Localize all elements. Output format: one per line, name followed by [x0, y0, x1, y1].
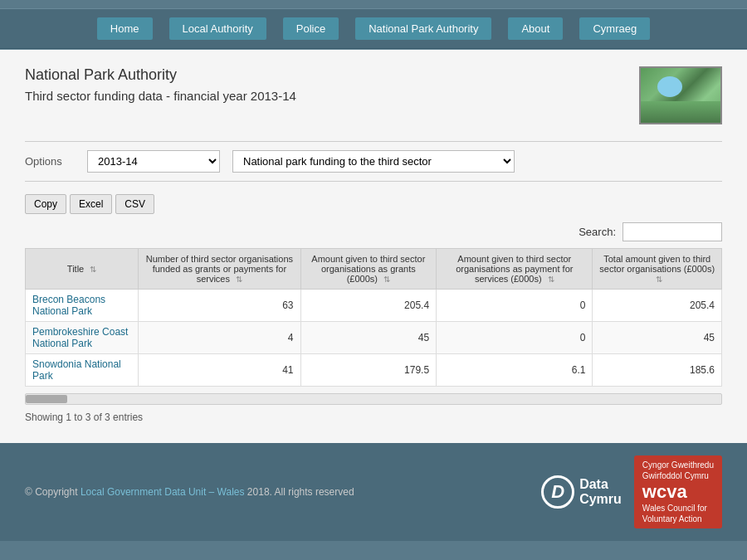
table-row: Snowdonia National Park41179.56.1185.6 — [26, 354, 722, 387]
col-title[interactable]: Title ⇅ — [26, 249, 139, 290]
sort-icon-total: ⇅ — [656, 275, 662, 284]
sort-icon-num-orgs: ⇅ — [236, 275, 242, 284]
sort-icon-payments: ⇅ — [548, 275, 554, 284]
copyright-text: © Copyright — [25, 486, 81, 498]
cell-grants: 179.5 — [300, 354, 437, 387]
cell-title: Brecon Beacons National Park — [26, 290, 139, 322]
wcva-main-text: wcva — [642, 481, 714, 503]
page-footer: © Copyright Local Government Data Unit –… — [0, 443, 747, 541]
cell-num_orgs: 63 — [139, 290, 300, 322]
nav-cymraeg[interactable]: Cymraeg — [579, 17, 650, 40]
col-total[interactable]: Total amount given to third sector organ… — [593, 249, 722, 290]
rights-text: 2018. All rights reserved — [245, 486, 354, 498]
page-subtitle: Third sector funding data - financial ye… — [25, 89, 296, 103]
page-header-text: National Park Authority Third sector fun… — [25, 66, 296, 103]
footer-logos: D Data Cymru Cyngor GweithreduGwirfoddol… — [541, 455, 722, 528]
cell-total: 205.4 — [593, 290, 722, 322]
table-row: Brecon Beacons National Park63205.40205.… — [26, 290, 722, 322]
nav-police[interactable]: Police — [283, 17, 339, 40]
nav-national-park[interactable]: National Park Authority — [355, 17, 491, 40]
copyright-link[interactable]: Local Government Data Unit – Wales — [81, 486, 245, 498]
nav-local-authority[interactable]: Local Authority — [169, 17, 266, 40]
showing-text: Showing 1 to 3 of 3 entries — [25, 411, 722, 423]
table-scrollbar[interactable] — [25, 393, 722, 405]
copy-button[interactable]: Copy — [25, 194, 66, 214]
search-label: Search: — [579, 226, 616, 238]
cell-total: 185.6 — [593, 354, 722, 387]
wcva-logo: Cyngor GweithreduGwirfoddol Cymru wcva W… — [634, 455, 722, 528]
type-select[interactable]: National park funding to the third secto… — [232, 150, 515, 173]
cell-payments: 0 — [437, 290, 593, 322]
sort-icon-title: ⇅ — [90, 265, 96, 274]
table-row: Pembrokeshire Coast National Park445045 — [26, 322, 722, 354]
data-table: Title ⇅ Number of third sector organisat… — [25, 248, 722, 387]
csv-button[interactable]: CSV — [115, 194, 154, 214]
cell-payments: 6.1 — [437, 354, 593, 387]
sort-icon-grants: ⇅ — [383, 275, 390, 284]
col-grants[interactable]: Amount given to third sector organisatio… — [300, 249, 437, 290]
toolbar: Copy Excel CSV — [25, 194, 722, 214]
main-nav: Home Local Authority Police National Par… — [0, 8, 747, 49]
cell-grants: 45 — [300, 322, 437, 354]
cell-num_orgs: 41 — [139, 354, 300, 387]
cell-title: Snowdonia National Park — [26, 354, 139, 387]
table-header-row: Title ⇅ Number of third sector organisat… — [26, 249, 722, 290]
wcva-content: Cyngor GweithreduGwirfoddol Cymru wcva W… — [642, 460, 714, 524]
year-select[interactable]: 2013-142014-152015-16 — [87, 150, 220, 173]
col-payments[interactable]: Amount given to third sector organisatio… — [437, 249, 593, 290]
scrollbar-thumb — [26, 395, 67, 403]
data-cymru-icon: D — [541, 475, 574, 509]
col-num-orgs[interactable]: Number of third sector organisations fun… — [139, 249, 300, 290]
nav-about[interactable]: About — [508, 17, 563, 40]
wcva-top-text: Cyngor GweithreduGwirfoddol Cymru — [642, 460, 714, 481]
main-content: National Park Authority Third sector fun… — [0, 50, 747, 443]
cell-payments: 0 — [437, 322, 593, 354]
search-input[interactable] — [622, 222, 722, 241]
footer-copyright: © Copyright Local Government Data Unit –… — [25, 486, 354, 498]
data-cymru-text: Data Cymru — [579, 477, 622, 506]
page-title: National Park Authority — [25, 66, 296, 84]
search-row: Search: — [25, 222, 722, 241]
excel-button[interactable]: Excel — [70, 194, 112, 214]
cell-num_orgs: 4 — [139, 322, 300, 354]
data-cymru-logo: D Data Cymru — [541, 475, 622, 509]
options-row: Options 2013-142014-152015-16 National p… — [25, 141, 722, 182]
cell-total: 45 — [593, 322, 722, 354]
cell-title: Pembrokeshire Coast National Park — [26, 322, 139, 354]
nav-home[interactable]: Home — [97, 17, 153, 40]
cell-grants: 205.4 — [300, 290, 437, 322]
page-header: National Park Authority Third sector fun… — [25, 66, 722, 124]
wcva-bottom-text: Wales Council forVoluntary Action — [642, 503, 714, 524]
options-label: Options — [25, 155, 75, 168]
header-image — [639, 66, 722, 124]
